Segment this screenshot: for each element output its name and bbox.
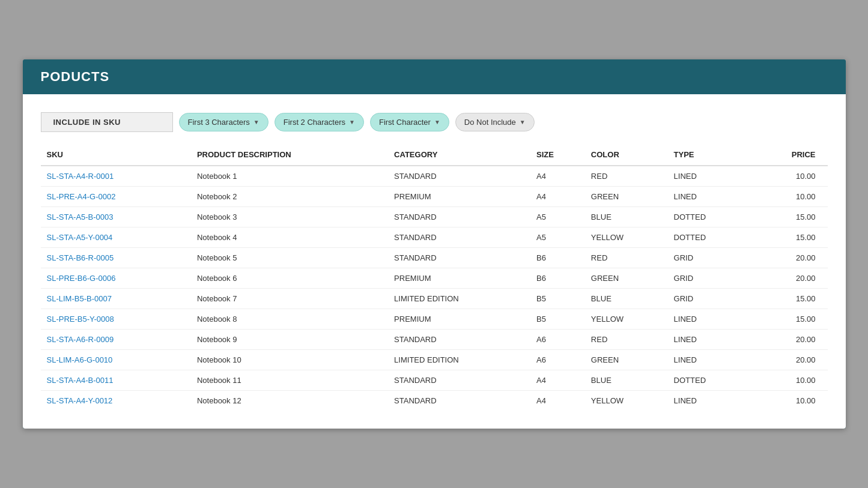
do-not-include-dropdown[interactable]: Do Not Include ▼ bbox=[455, 113, 535, 131]
description-cell: Notebook 7 bbox=[191, 289, 388, 309]
category-cell: PREMIUM bbox=[388, 268, 530, 289]
type-cell: GRID bbox=[668, 289, 750, 309]
category-cell: STANDARD bbox=[388, 248, 530, 268]
color-cell: BLUE bbox=[585, 370, 668, 391]
table-row: SL-STA-A5-Y-0004Notebook 4STANDARDA5YELL… bbox=[41, 227, 828, 248]
category-cell: STANDARD bbox=[388, 227, 530, 248]
sku-cell: SL-STA-A4-Y-0012 bbox=[41, 391, 191, 411]
sku-cell: SL-STA-A4-B-0011 bbox=[41, 370, 191, 391]
description-cell: Notebook 11 bbox=[191, 370, 388, 391]
color-cell: BLUE bbox=[585, 207, 668, 227]
category-cell: STANDARD bbox=[388, 370, 530, 391]
description-cell: Notebook 8 bbox=[191, 309, 388, 330]
sku-link[interactable]: SL-STA-A4-R-0001 bbox=[47, 172, 114, 181]
table-row: SL-LIM-B5-B-0007Notebook 7LIMITED EDITIO… bbox=[41, 289, 828, 309]
description-cell: Notebook 4 bbox=[191, 227, 388, 248]
sku-link[interactable]: SL-PRE-A4-G-0002 bbox=[47, 192, 116, 201]
price-cell: 20.00 bbox=[750, 248, 828, 268]
size-cell: B5 bbox=[530, 289, 585, 309]
size-cell: A4 bbox=[530, 370, 585, 391]
description-cell: Notebook 2 bbox=[191, 187, 388, 207]
first-3-characters-dropdown[interactable]: First 3 Characters ▼ bbox=[179, 113, 269, 131]
sku-link[interactable]: SL-STA-A4-Y-0012 bbox=[47, 396, 113, 405]
sku-cell: SL-PRE-B5-Y-0008 bbox=[41, 309, 191, 330]
sku-link[interactable]: SL-STA-A4-B-0011 bbox=[47, 376, 114, 385]
color-cell: RED bbox=[585, 330, 668, 350]
description-cell: Notebook 10 bbox=[191, 350, 388, 370]
price-cell: 15.00 bbox=[750, 309, 828, 330]
description-cell: Notebook 5 bbox=[191, 248, 388, 268]
do-not-include-label: Do Not Include bbox=[464, 118, 516, 127]
first-3-characters-label: First 3 Characters bbox=[188, 118, 250, 127]
price-cell: 20.00 bbox=[750, 268, 828, 289]
col-header-size: SIZE bbox=[530, 144, 585, 166]
color-cell: YELLOW bbox=[585, 227, 668, 248]
price-cell: 10.00 bbox=[750, 370, 828, 391]
price-cell: 10.00 bbox=[750, 391, 828, 411]
col-header-color: COLOR bbox=[585, 144, 668, 166]
sku-cell: SL-PRE-B6-G-0006 bbox=[41, 268, 191, 289]
content-area: INCLUDE IN SKU First 3 Characters ▼ Firs… bbox=[23, 94, 846, 429]
description-cell: Notebook 1 bbox=[191, 166, 388, 187]
category-cell: STANDARD bbox=[388, 166, 530, 187]
size-cell: A4 bbox=[530, 166, 585, 187]
size-cell: A4 bbox=[530, 391, 585, 411]
col-header-category: CATEGORY bbox=[388, 144, 530, 166]
price-cell: 15.00 bbox=[750, 227, 828, 248]
color-cell: RED bbox=[585, 248, 668, 268]
sku-cell: SL-PRE-A4-G-0002 bbox=[41, 187, 191, 207]
chevron-down-icon-2: ▼ bbox=[349, 119, 355, 125]
category-cell: STANDARD bbox=[388, 391, 530, 411]
sku-link[interactable]: SL-PRE-B5-Y-0008 bbox=[47, 315, 114, 324]
table-header-row: SKU PRODUCT DESCRIPTION CATEGORY SIZE CO… bbox=[41, 144, 828, 166]
description-cell: Notebook 12 bbox=[191, 391, 388, 411]
type-cell: DOTTED bbox=[668, 207, 750, 227]
type-cell: LINED bbox=[668, 166, 750, 187]
page-title: PODUCTS bbox=[41, 69, 110, 84]
col-header-price: PRICE bbox=[750, 144, 828, 166]
size-cell: A6 bbox=[530, 330, 585, 350]
page-header: PODUCTS bbox=[23, 59, 846, 94]
first-2-characters-dropdown[interactable]: First 2 Characters ▼ bbox=[275, 113, 364, 131]
table-row: SL-PRE-B5-Y-0008Notebook 8PREMIUMB5YELLO… bbox=[41, 309, 828, 330]
sku-link[interactable]: SL-STA-A5-B-0003 bbox=[47, 212, 114, 221]
table-row: SL-PRE-A4-G-0002Notebook 2PREMIUMA4GREEN… bbox=[41, 187, 828, 207]
color-cell: GREEN bbox=[585, 268, 668, 289]
include-sku-label: INCLUDE IN SKU bbox=[41, 112, 173, 132]
sku-cell: SL-STA-A5-Y-0004 bbox=[41, 227, 191, 248]
price-cell: 20.00 bbox=[750, 350, 828, 370]
table-row: SL-LIM-A6-G-0010Notebook 10LIMITED EDITI… bbox=[41, 350, 828, 370]
color-cell: BLUE bbox=[585, 289, 668, 309]
type-cell: LINED bbox=[668, 309, 750, 330]
type-cell: GRID bbox=[668, 248, 750, 268]
sku-link[interactable]: SL-STA-A5-Y-0004 bbox=[47, 233, 113, 242]
sku-cell: SL-LIM-B5-B-0007 bbox=[41, 289, 191, 309]
type-cell: LINED bbox=[668, 187, 750, 207]
first-character-dropdown[interactable]: First Character ▼ bbox=[370, 113, 449, 131]
price-cell: 10.00 bbox=[750, 166, 828, 187]
description-cell: Notebook 3 bbox=[191, 207, 388, 227]
table-row: SL-STA-A4-B-0011Notebook 11STANDARDA4BLU… bbox=[41, 370, 828, 391]
sku-link[interactable]: SL-LIM-A6-G-0010 bbox=[47, 355, 113, 364]
size-cell: B6 bbox=[530, 268, 585, 289]
size-cell: B6 bbox=[530, 248, 585, 268]
sku-link[interactable]: SL-LIM-B5-B-0007 bbox=[47, 294, 112, 303]
sku-cell: SL-STA-B6-R-0005 bbox=[41, 248, 191, 268]
first-2-characters-label: First 2 Characters bbox=[284, 118, 345, 127]
chevron-down-icon-3: ▼ bbox=[434, 119, 440, 125]
table-row: SL-STA-B6-R-0005Notebook 5STANDARDB6REDG… bbox=[41, 248, 828, 268]
category-cell: LIMITED EDITION bbox=[388, 289, 530, 309]
sku-link[interactable]: SL-PRE-B6-G-0006 bbox=[47, 274, 116, 283]
size-cell: A6 bbox=[530, 350, 585, 370]
table-row: SL-STA-A4-Y-0012Notebook 12STANDARDA4YEL… bbox=[41, 391, 828, 411]
sku-cell: SL-STA-A4-R-0001 bbox=[41, 166, 191, 187]
sku-link[interactable]: SL-STA-A6-R-0009 bbox=[47, 335, 114, 344]
main-container: PODUCTS INCLUDE IN SKU First 3 Character… bbox=[23, 59, 846, 429]
sku-link[interactable]: SL-STA-B6-R-0005 bbox=[47, 253, 114, 262]
size-cell: A5 bbox=[530, 207, 585, 227]
type-cell: GRID bbox=[668, 268, 750, 289]
type-cell: DOTTED bbox=[668, 227, 750, 248]
table-row: SL-STA-A5-B-0003Notebook 3STANDARDA5BLUE… bbox=[41, 207, 828, 227]
color-cell: YELLOW bbox=[585, 391, 668, 411]
col-header-type: TYPE bbox=[668, 144, 750, 166]
